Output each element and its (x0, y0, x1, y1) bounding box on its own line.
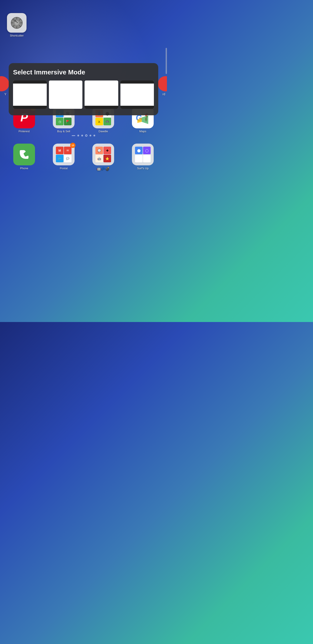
page-dot-6 (93, 135, 95, 136)
mode4-top-bar (120, 80, 154, 84)
phone-label: Phone (20, 167, 28, 170)
purple-icon: ◯ (145, 149, 149, 152)
surfsup-icon-bg: ⬤ ◯ (132, 144, 154, 165)
mode-option-3[interactable] (84, 80, 118, 109)
shortcutter-app-icon[interactable]: Shortcutter (7, 13, 26, 37)
mode-option-4[interactable] (120, 80, 154, 109)
surfsup-mini-1: ⬤ (135, 147, 143, 154)
postal-icon-wrap: M ✉ 🐦 💬 13 (53, 144, 74, 165)
gmail-icon: M (58, 149, 61, 152)
page-indicators (72, 134, 95, 137)
plus-icon: ✚ (106, 149, 109, 152)
surfsup-icon-wrap: ⬤ ◯ (132, 144, 154, 165)
surfsup-folder-grid: ⬤ ◯ (135, 147, 151, 162)
dawdle-label: Dawdle (98, 130, 108, 133)
dock-row: Phone M ✉ 🐦 💬 (0, 144, 167, 171)
postal-app[interactable]: M ✉ 🐦 💬 13 Postal (48, 144, 79, 171)
surfsup-app[interactable]: ⬤ ◯ Surf's Up (128, 144, 158, 171)
clock-icon: ◷ (58, 120, 61, 123)
page-dot-4 (85, 134, 87, 137)
emoji-mini-1: 💬 (95, 147, 103, 154)
dialog-title: Select Immersive Mode (13, 68, 154, 76)
surfsup-mini-2: ◯ (143, 147, 151, 154)
chrome-icon: ⬤ (137, 149, 141, 152)
scroll-indicator[interactable] (166, 48, 167, 74)
emoji-mini-3: 🤖 (95, 155, 103, 162)
postal-badge: 13 (70, 143, 75, 148)
emoji-mini-2: ✚ (103, 147, 111, 154)
emoji-mini-4: ⭐ (103, 155, 111, 162)
star-icon: ⭐ (105, 157, 109, 160)
mode1-top-bar (13, 80, 47, 84)
emoji-folder-icon-wrap: 💬 ✚ 🤖 ⭐ (92, 144, 114, 165)
surfsup-mini-4 (143, 155, 151, 162)
maps-label: Maps (139, 130, 146, 133)
right-partial-circle (158, 76, 167, 92)
surfsup-mini-3 (135, 155, 143, 162)
left-partial-circle (0, 76, 9, 92)
shortcutter-label: Shortcutter (10, 34, 24, 37)
page-dot-2 (77, 135, 79, 136)
postal-label: Postal (60, 167, 68, 170)
postal-folder-grid: M ✉ 🐦 💬 (56, 147, 71, 162)
immersive-mode-dialog: Select Immersive Mode (9, 63, 158, 115)
dawdle-mini-4: 🎮 (103, 118, 111, 125)
mode1-bottom-bar (13, 106, 47, 109)
phone-app[interactable]: Phone (9, 144, 39, 171)
surfsup-label: Surf's Up (137, 167, 148, 170)
flag-icon: 🚩 (66, 120, 69, 123)
page-dot-5 (89, 135, 91, 136)
twitter-icon: 🐦 (58, 157, 61, 160)
pinterest-label: Pinterest (18, 130, 29, 133)
mode3-bottom-bar (84, 106, 118, 109)
buysell-mini-3: ◷ (56, 118, 63, 125)
mode4-bottom-bar (120, 106, 154, 109)
dawdle-mini-3: ⚔ (95, 118, 103, 125)
mode-option-2[interactable] (49, 80, 83, 109)
emoji-folder-app[interactable]: 💬 ✚ 🤖 ⭐ 🤖💤💣 (88, 144, 118, 171)
mode-option-1[interactable] (13, 80, 47, 109)
postal-mini-twitter: 🐦 (56, 155, 63, 162)
phone-icon-bg (13, 144, 35, 165)
other-icon: 💬 (66, 157, 69, 160)
battle-icon: ⚔ (98, 120, 101, 123)
speech-icon: 💬 (97, 149, 101, 152)
right-partial-label: rd (163, 92, 165, 96)
shortcutter-icon-image (10, 16, 23, 29)
buysell-mini-4: 🚩 (64, 118, 71, 125)
emoji-folder-grid: 💬 ✚ 🤖 ⭐ (95, 147, 111, 162)
left-partial-label: Y (4, 92, 6, 96)
mode-options-container (13, 80, 154, 109)
page-dot-3 (81, 135, 83, 136)
postal-mini-gmail: M (56, 147, 63, 154)
postal-mini-2: ✉ (64, 147, 71, 154)
emoji-folder-label: 🤖💤💣 (97, 167, 110, 171)
robot-icon: 🤖 (97, 157, 101, 160)
postal-mini-4: 💬 (64, 155, 71, 162)
phone-icon-svg (17, 148, 31, 161)
page-dot-1 (72, 135, 75, 136)
emoji-folder-icon-bg: 💬 ✚ 🤖 ⭐ (92, 144, 114, 165)
phone-icon-wrap (13, 144, 35, 165)
game-icon: 🎮 (105, 120, 109, 123)
mail-icon: ✉ (66, 149, 69, 152)
buysell-label: Buy & Sell (57, 130, 70, 133)
